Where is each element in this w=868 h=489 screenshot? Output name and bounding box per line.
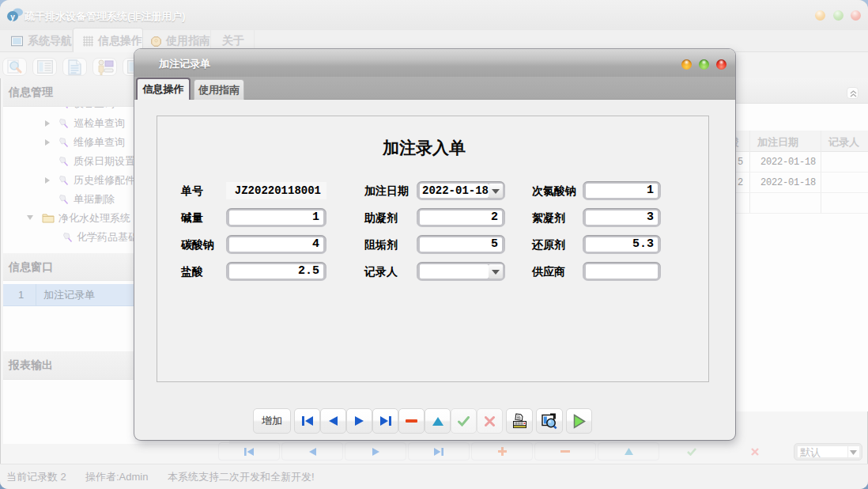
svg-text:y: y: [10, 13, 15, 21]
